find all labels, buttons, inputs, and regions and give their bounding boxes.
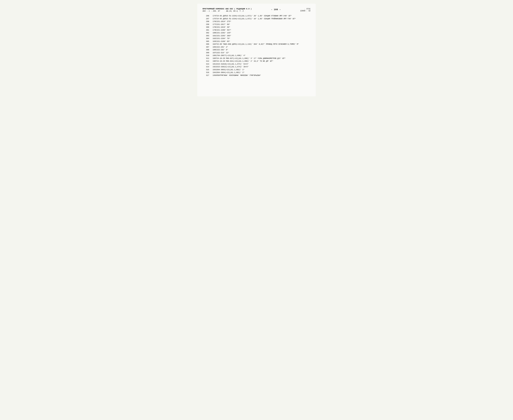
row-num1: 302 [203, 31, 209, 34]
page: ПРОГРАММНЫЙ КОМПЛЕКС АВС-ЗЕС ( РЕДАКЦИЯ … [197, 4, 316, 96]
row-num1: 313 [203, 63, 209, 66]
table-row: 300178С151-1019' 30* [203, 26, 310, 29]
row-num1: 296 [203, 15, 209, 17]
table-row: 309187С152-314' 12* [203, 51, 310, 54]
row-num2: 179 [209, 29, 216, 32]
row-num1: 307 [203, 46, 209, 49]
row-num2: 176 [209, 20, 216, 23]
table-row: 304182С151-2284' 76* [203, 37, 310, 40]
row-text: С152-292' 6* [216, 48, 310, 51]
row-num1: 300 [203, 26, 209, 29]
row-num2: 187 [209, 51, 216, 54]
row-num2: 178 [209, 26, 216, 29]
row-num2: 188 [209, 54, 216, 57]
row-text: С151-2280' 567* [216, 29, 310, 32]
header-doc-num-left: 903 - 1 - 250. 87 [203, 10, 220, 12]
row-text: С151-1019' 30* [216, 26, 310, 29]
table-row: 3131911515-31018(=13)(А1.1,074)' 53+5* [203, 63, 310, 66]
row-text: Т24-18-29 П06-027(=13)(А1.1,098)' 3' 17'… [216, 57, 310, 60]
row-num2: 189 [209, 57, 216, 60]
row-text: С151-2168' 65* [216, 40, 310, 43]
table-row: 311189Т24-18-29 П06-027(=13)(А1.1,098)' … [203, 57, 310, 60]
row-num1: 308 [203, 48, 209, 51]
row-num2: 182 [209, 37, 216, 40]
row-num1: 301 [203, 29, 209, 32]
row-num1: 299 [203, 23, 209, 26]
header-doc-num-right2: 22699 - 32 [300, 10, 310, 12]
row-num2: 191 [209, 63, 216, 66]
row-num2: 177 [209, 23, 216, 26]
page-header: ПРОГРАММНЫЙ КОМПЛЕКС АВС-ЗЕС ( РЕДАКЦИЯ … [203, 8, 310, 12]
row-num2: 194 [209, 71, 216, 74]
row-text: 1504-3063(=13)(А1.1,082)' 1* [216, 68, 310, 71]
row-text: С151-2284' 76* [216, 37, 310, 40]
row-text: 1504-3064(=13)(А1.1,082)' 2* [216, 71, 310, 74]
header-subtitle-text: АА.24, КН.4, Т. 2 [226, 10, 244, 12]
row-num2: 195 [209, 74, 216, 77]
table-row: 3101881704-20677(=13)(А1.1,098)' 4* [203, 54, 310, 57]
table-row: 3151931504-3063(=13)(А1.1,082)' 1* [203, 68, 310, 71]
row-num1: 311 [203, 57, 209, 60]
row-num2: 180 [209, 31, 216, 34]
row-num2: 192 [209, 66, 216, 68]
content-table: 296174Т24-05 ДОП15 П1-1334(=13)(А1.1,072… [203, 15, 310, 77]
table-row: 317195КПОНТРЯГИНА' ХОХЛУШИНА' МИХЕЕВА' Г… [203, 74, 310, 77]
table-row: 3161941504-3064(=13)(А1.1,082)' 2* [203, 71, 310, 74]
table-row: 307185С152-281' 2* [203, 46, 310, 49]
table-row: 298176С151-1014' 275* [203, 20, 310, 23]
row-text: С151-2283' 385* [216, 34, 310, 37]
row-num1: 314 [203, 66, 209, 68]
row-num1: 312 [203, 60, 209, 63]
row-text: С152-314' 12* [216, 51, 310, 54]
row-num2: 183 [209, 40, 216, 43]
row-text: КПОНТРЯГИНА' ХОХЛУШИНА' МИХЕЕВА' ГРИГОРЬ… [216, 74, 310, 77]
table-row: 3141921515-33012(=13)(А1.1,074)' 39+5* [203, 66, 310, 68]
row-num2: 181 [209, 34, 216, 37]
row-text: 1515-31018(=13)(А1.1,074)' 53+5* [216, 63, 310, 66]
row-num2: 174 [209, 15, 216, 17]
header-title: ПРОГРАММНЫЙ КОМПЛЕКС АВС-ЗЕС ( РЕДАКЦИЯ … [203, 8, 252, 10]
row-text: С152-281' 2* [216, 46, 310, 49]
row-num1: 303 [203, 34, 209, 37]
row-num2: 175 [209, 17, 216, 20]
row-text: Т24-18-29 П06-041(=13)(А1.1,098)' 2' 16,… [216, 60, 310, 63]
row-num1: 298 [203, 20, 209, 23]
row-num1: 306 [203, 43, 209, 46]
row-num1: 315 [203, 68, 209, 71]
row-text: 1515-33012(=13)(А1.1,074)' 39+5* [216, 66, 310, 68]
row-num1: 309 [203, 51, 209, 54]
table-row: 299177С151-1017' 60* [203, 23, 310, 26]
table-row: 306184Т15-09 ТАБ5-060 ДОП3(=13)(А1.1,116… [203, 43, 310, 46]
row-text: С151-1017' 60* [216, 23, 310, 26]
row-num1: 304 [203, 37, 209, 40]
header-right: . 3731 22699 - 32 [300, 8, 310, 12]
row-num2: 190 [209, 60, 216, 63]
row-text: Т15-09 ТАБ5-060 ДОП3(=13)(А1.1,116)' 664… [216, 43, 310, 46]
table-row: 301179С151-2280' 567* [203, 29, 310, 32]
header-doc-num-right: . 3731 [304, 8, 310, 10]
row-num1: 305 [203, 40, 209, 43]
table-row: 302180С151-2282' 135* [203, 31, 310, 34]
table-row: 303181С151-2283' 385* [203, 34, 310, 37]
table-row: 296174Т24-05 ДОП15 П1-1334(=13)(А1.1,072… [203, 15, 310, 17]
row-num1: 316 [203, 71, 209, 74]
row-text: Т24-05 ДОП15 П1-1334(=13)(А1.1,072)' 20'… [216, 15, 310, 17]
table-row: 308186С152-292' 6* [203, 48, 310, 51]
row-text: С151-1014' 275* [216, 20, 310, 23]
table-row: 297175Т24-05 ДОП15 П1-1334(=13)(А1.1,072… [203, 17, 310, 20]
row-num1: 297 [203, 17, 209, 20]
row-text: Т24-05 ДОП15 П1-1334(=13)(А1.1,072)' 10'… [216, 17, 310, 20]
header-doc-ref: 903 - 1 - 250. 87 АА.24, КН.4, Т. 2 [203, 10, 252, 12]
row-num1: 310 [203, 54, 209, 57]
row-num2: 184 [209, 43, 216, 46]
table-row: 305183С151-2168' 65* [203, 40, 310, 43]
row-text: 1704-20677(=13)(А1.1,098)' 4* [216, 54, 310, 57]
row-num2: 185 [209, 46, 216, 49]
table-row: 312190Т24-18-29 П06-041(=13)(А1.1,098)' … [203, 60, 310, 63]
row-num2: 193 [209, 68, 216, 71]
row-num1: 317 [203, 74, 209, 77]
header-page-indicator: - 166 - [271, 8, 281, 11]
row-num2: 186 [209, 48, 216, 51]
row-text: С151-2282' 135* [216, 31, 310, 34]
header-left: ПРОГРАММНЫЙ КОМПЛЕКС АВС-ЗЕС ( РЕДАКЦИЯ … [203, 8, 252, 12]
